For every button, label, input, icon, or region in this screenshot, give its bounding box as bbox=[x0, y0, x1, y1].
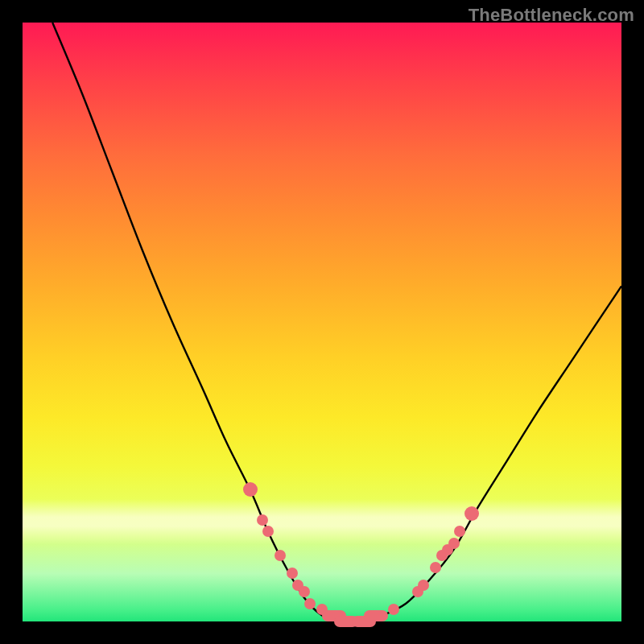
data-point bbox=[304, 598, 316, 609]
data-point bbox=[292, 580, 303, 591]
bottleneck-curve bbox=[52, 23, 621, 621]
points-layer bbox=[23, 23, 621, 621]
data-point bbox=[257, 514, 268, 526]
highlight-band bbox=[23, 499, 621, 544]
data-point bbox=[464, 506, 479, 521]
data-point bbox=[352, 616, 376, 627]
watermark-text: TheBottleneck.com bbox=[469, 5, 634, 26]
data-point bbox=[287, 568, 298, 579]
data-point bbox=[262, 526, 274, 537]
data-point bbox=[316, 604, 328, 615]
data-point bbox=[442, 544, 453, 555]
data-point bbox=[243, 482, 258, 497]
data-point bbox=[322, 610, 346, 621]
data-point bbox=[418, 580, 429, 591]
data-point bbox=[430, 562, 441, 573]
chart-frame: TheBottleneck.com bbox=[0, 0, 644, 644]
curve-layer bbox=[23, 23, 621, 621]
data-point bbox=[364, 610, 388, 621]
plot-area bbox=[23, 23, 621, 621]
data-point bbox=[275, 550, 286, 561]
data-point bbox=[388, 604, 399, 615]
data-point bbox=[412, 586, 423, 597]
data-point bbox=[454, 526, 465, 537]
data-point bbox=[448, 538, 460, 549]
data-point bbox=[334, 616, 358, 627]
data-point bbox=[436, 550, 448, 561]
data-point bbox=[299, 586, 310, 597]
